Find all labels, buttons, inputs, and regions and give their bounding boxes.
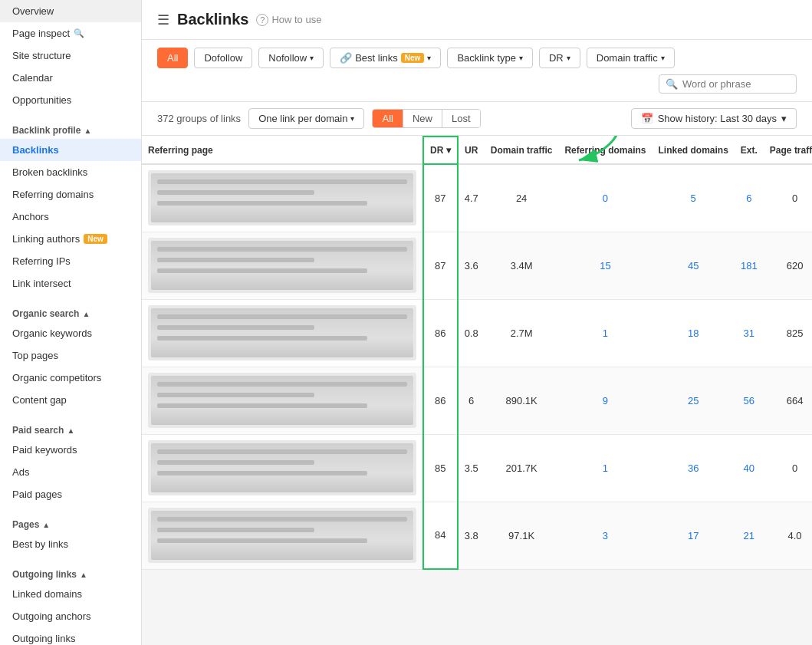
col-dr[interactable]: DR ▾ (423, 137, 458, 164)
linked-domains-value[interactable]: 45 (652, 232, 734, 299)
ext-value[interactable]: 56 (735, 367, 764, 434)
referring-domains-value[interactable]: 0 (558, 164, 652, 232)
search-box[interactable]: 🔍 (659, 74, 797, 94)
sidebar-label: Paid keywords (12, 444, 77, 456)
sidebar-item-content-gap[interactable]: Content gap (0, 389, 141, 411)
referring-page-cell[interactable] (142, 502, 423, 569)
sidebar-item-top-pages[interactable]: Top pages (0, 344, 141, 367)
nofollow-filter-button[interactable]: Nofollow ▾ (258, 48, 324, 68)
sidebar-item-ads[interactable]: Ads (0, 461, 141, 483)
referring-domains-value[interactable]: 15 (558, 232, 652, 299)
sub-toolbar: 372 groups of links One link per domain … (142, 102, 812, 136)
table-header-row: Referring page DR ▾ UR Domain traffic Re… (142, 137, 812, 164)
linked-domains-value[interactable]: 36 (652, 434, 734, 502)
dr-value: 84 (423, 502, 458, 569)
sidebar-item-link-intersect[interactable]: Link intersect (0, 272, 141, 295)
referring-domains-value[interactable]: 9 (558, 367, 652, 434)
dr-filter-button[interactable]: DR ▾ (539, 48, 580, 68)
linked-domains-value[interactable]: 25 (652, 367, 734, 434)
ext-value[interactable]: 21 (735, 502, 764, 569)
sidebar-item-referring-domains[interactable]: Referring domains (0, 183, 141, 206)
ext-value[interactable]: 6 (735, 164, 764, 232)
referring-domains-value[interactable]: 1 (558, 434, 652, 502)
linked-domains-value[interactable]: 5 (652, 164, 734, 232)
referring-page-cell[interactable] (142, 367, 423, 434)
sidebar-item-broken-backlinks[interactable]: Broken backlinks (0, 161, 141, 183)
page-thumbnail (148, 238, 416, 293)
page-thumbnail (148, 373, 416, 428)
domain-traffic-value: 2.7M (485, 299, 559, 367)
col-linked-domains[interactable]: Linked domains (652, 137, 734, 164)
sidebar-item-outgoing-links[interactable]: Outgoing links (0, 627, 141, 645)
sidebar-item-linked-domains[interactable]: Linked domains (0, 583, 141, 605)
one-link-per-domain-button[interactable]: One link per domain ▾ (248, 108, 364, 129)
all-filter-button[interactable]: All (157, 48, 188, 68)
referring-page-cell[interactable] (142, 164, 423, 232)
backlink-type-button[interactable]: Backlink type ▾ (447, 48, 533, 68)
domain-traffic-button[interactable]: Domain traffic ▾ (587, 48, 675, 68)
referring-page-cell[interactable] (142, 434, 423, 502)
sidebar-item-page-inspect[interactable]: Page inspect 🔍 (0, 22, 141, 44)
sidebar-item-referring-ips[interactable]: Referring IPs (0, 250, 141, 272)
col-ext[interactable]: Ext. (735, 137, 764, 164)
col-page-traffic[interactable]: Page traffic (764, 137, 812, 164)
sidebar-section-paid-search[interactable]: Paid search ▲ (0, 417, 141, 439)
help-link[interactable]: ? How to use (256, 14, 321, 26)
sidebar-label: Anchors (12, 211, 49, 222)
section-label: Paid search (12, 425, 64, 436)
ur-value: 3.8 (458, 502, 485, 569)
sidebar-item-calendar[interactable]: Calendar (0, 67, 141, 89)
sidebar-section-backlink-profile[interactable]: Backlink profile ▲ (0, 117, 141, 139)
referring-domains-value[interactable]: 3 (558, 502, 652, 569)
table-area: Referring page DR ▾ UR Domain traffic Re… (142, 136, 812, 645)
ext-value[interactable]: 40 (735, 434, 764, 502)
sidebar-item-backlinks[interactable]: Backlinks (0, 139, 141, 161)
history-label: Show history: Last 30 days (658, 113, 777, 124)
sidebar-label: Link intersect (12, 278, 71, 289)
dofollow-filter-button[interactable]: Dofollow (194, 48, 252, 68)
sidebar-section-pages[interactable]: Pages ▲ (0, 512, 141, 533)
sidebar-item-linking-authors[interactable]: Linking authors New (0, 228, 141, 250)
referring-page-cell[interactable] (142, 232, 423, 299)
domain-traffic-value: 3.4M (485, 232, 559, 299)
col-ur[interactable]: UR (458, 137, 485, 164)
tab-group: All New Lost (372, 109, 480, 128)
sidebar-label: Backlinks (12, 144, 59, 156)
sidebar-item-paid-pages[interactable]: Paid pages (0, 483, 141, 505)
sidebar-section-outgoing-links[interactable]: Outgoing links ▲ (0, 561, 141, 583)
sidebar-section-organic-search[interactable]: Organic search ▲ (0, 301, 141, 322)
tab-new[interactable]: New (403, 110, 442, 127)
domain-traffic-value: 97.1K (485, 502, 559, 569)
best-links-button[interactable]: 🔗 Best links New ▾ (330, 48, 441, 68)
referring-domains-value[interactable]: 1 (558, 299, 652, 367)
sidebar-item-outgoing-anchors[interactable]: Outgoing anchors (0, 605, 141, 627)
linked-domains-value[interactable]: 17 (652, 502, 734, 569)
sidebar-item-paid-keywords[interactable]: Paid keywords (0, 439, 141, 461)
sidebar-label: Site structure (12, 50, 71, 61)
calendar-icon: 📅 (641, 113, 653, 124)
col-referring-domains[interactable]: Referring domains (558, 137, 652, 164)
menu-icon[interactable]: ☰ (157, 12, 169, 28)
sidebar-item-overview[interactable]: Overview (0, 0, 141, 22)
col-domain-traffic[interactable]: Domain traffic (485, 137, 559, 164)
tab-lost[interactable]: Lost (442, 110, 480, 127)
sidebar-item-organic-keywords[interactable]: Organic keywords (0, 322, 141, 344)
backlinks-table: Referring page DR ▾ UR Domain traffic Re… (142, 136, 812, 570)
sidebar-item-opportunities[interactable]: Opportunities (0, 89, 141, 111)
groups-count: 372 groups of links (157, 113, 241, 124)
ext-value[interactable]: 181 (735, 232, 764, 299)
tab-all[interactable]: All (373, 110, 403, 127)
sidebar-item-site-structure[interactable]: Site structure (0, 44, 141, 67)
sidebar-item-best-by-links[interactable]: Best by links (0, 533, 141, 555)
search-input[interactable] (682, 78, 790, 90)
sidebar-item-anchors[interactable]: Anchors (0, 206, 141, 228)
linked-domains-value[interactable]: 18 (652, 299, 734, 367)
ext-value[interactable]: 31 (735, 299, 764, 367)
top-header: ☰ Backlinks ? How to use (142, 0, 812, 40)
dr-value: 86 (423, 299, 458, 367)
referring-page-cell[interactable] (142, 299, 423, 367)
table-row: 873.63.4M1545181620208 (142, 232, 812, 299)
collapse-arrow-icon: ▲ (67, 426, 74, 435)
sidebar-item-organic-competitors[interactable]: Organic competitors (0, 367, 141, 389)
show-history-button[interactable]: 📅 Show history: Last 30 days ▾ (631, 108, 797, 129)
